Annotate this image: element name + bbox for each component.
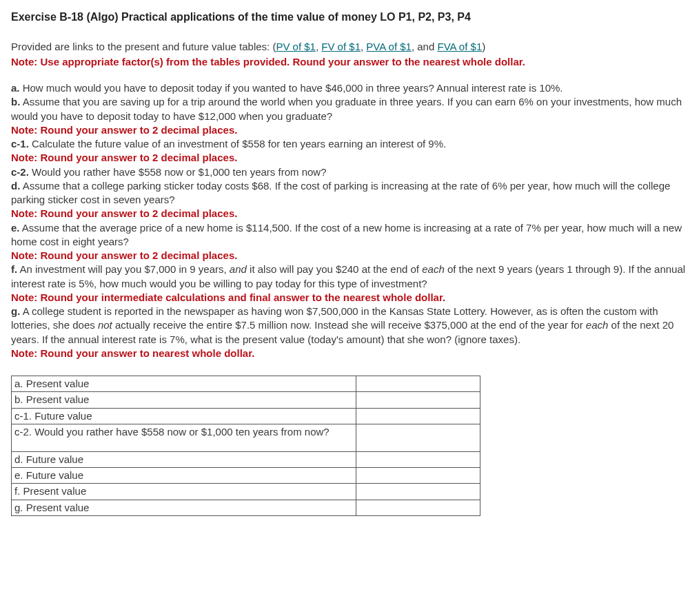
table-row: d. Future value xyxy=(12,451,480,467)
table-row: c-1. Future value xyxy=(12,408,480,424)
table-row: f. Present value xyxy=(12,484,480,500)
link-fva-of-1[interactable]: FVA of $1 xyxy=(437,41,482,52)
table-row: a. Present value xyxy=(12,376,480,392)
question-g-em1: not xyxy=(98,319,112,331)
intro-tail: ) xyxy=(482,41,485,52)
question-f-em2: each xyxy=(422,263,445,275)
answers-table: a. Present value b. Present value c-1. F… xyxy=(11,376,480,516)
question-g-note: Note: Round your answer to nearest whole… xyxy=(11,347,688,360)
table-row: g. Present value xyxy=(12,500,480,515)
question-g-em2: each xyxy=(586,319,609,331)
question-e: e. Assume that the average price of a ne… xyxy=(11,221,688,249)
table-row: c-2. Would you rather have $558 now or $… xyxy=(12,424,480,451)
row-a-label: a. Present value xyxy=(12,376,356,392)
exercise-title: Exercise B-18 (Algo) Practical applicati… xyxy=(11,10,688,25)
row-d-label: d. Future value xyxy=(12,451,356,467)
row-g-input[interactable] xyxy=(359,501,477,514)
main-note: Note: Use appropriate factor(s) from the… xyxy=(11,55,688,69)
sep: , and xyxy=(412,41,438,52)
row-e-label: e. Future value xyxy=(12,468,356,484)
question-b-text: Assume that you are saving up for a trip… xyxy=(11,96,682,121)
intro-line: Provided are links to the present and fu… xyxy=(11,40,688,54)
question-d-label: d. xyxy=(11,180,20,192)
question-c1: c-1. Calculate the future value of an in… xyxy=(11,137,688,151)
question-b: b. Assume that you are saving up for a t… xyxy=(11,95,688,123)
question-c2-label: c-2. xyxy=(11,166,29,178)
question-d-text: Assume that a college parking sticker to… xyxy=(11,180,670,205)
row-d-input[interactable] xyxy=(359,453,477,466)
question-a-label: a. xyxy=(11,82,20,94)
link-fv-of-1[interactable]: FV of $1 xyxy=(321,41,361,52)
question-c1-note: Note: Round your answer to 2 decimal pla… xyxy=(11,151,688,165)
question-g-label: g. xyxy=(11,305,20,317)
table-row: b. Present value xyxy=(12,392,480,408)
question-d: d. Assume that a college parking sticker… xyxy=(11,179,688,207)
question-e-note: Note: Round your answer to 2 decimal pla… xyxy=(11,249,688,263)
row-c2-label: c-2. Would you rather have $558 now or $… xyxy=(12,424,356,451)
question-a-text: How much would you have to deposit today… xyxy=(20,82,563,94)
row-f-input[interactable] xyxy=(359,484,477,497)
question-f-text-a: An investment will pay you $7,000 in 9 y… xyxy=(17,263,230,275)
table-row: e. Future value xyxy=(12,468,480,484)
link-pv-of-1[interactable]: PV of $1 xyxy=(276,41,316,52)
question-f-label: f. xyxy=(11,263,17,275)
row-e-input[interactable] xyxy=(359,469,477,482)
question-g-text-b: actually receive the entire $7.5 million… xyxy=(112,319,586,331)
question-f-note: Note: Round your intermediate calculatio… xyxy=(11,291,688,305)
question-c2-text: Would you rather have $558 now or $1,000… xyxy=(29,166,327,178)
question-b-note: Note: Round your answer to 2 decimal pla… xyxy=(11,123,688,137)
question-f-em1: and xyxy=(230,263,247,275)
row-a-input[interactable] xyxy=(359,377,477,390)
question-c1-label: c-1. xyxy=(11,138,29,150)
row-b-input[interactable] xyxy=(359,393,477,406)
question-e-text: Assume that the average price of a new h… xyxy=(11,222,682,247)
question-b-label: b. xyxy=(11,96,20,107)
question-c1-text: Calculate the future value of an investm… xyxy=(29,138,446,150)
question-a: a. How much would you have to deposit to… xyxy=(11,81,688,95)
row-g-label: g. Present value xyxy=(12,500,356,515)
question-e-label: e. xyxy=(11,222,20,234)
row-c2-input[interactable] xyxy=(359,425,477,438)
link-pva-of-1[interactable]: PVA of $1 xyxy=(366,41,412,52)
row-c1-input[interactable] xyxy=(359,409,477,422)
row-b-label: b. Present value xyxy=(12,392,356,408)
row-c1-label: c-1. Future value xyxy=(12,408,356,424)
question-g: g. A college student is reported in the … xyxy=(11,305,688,347)
row-f-label: f. Present value xyxy=(12,484,356,500)
question-c2: c-2. Would you rather have $558 now or $… xyxy=(11,165,688,179)
question-f: f. An investment will pay you $7,000 in … xyxy=(11,263,688,291)
intro-lead: Provided are links to the present and fu… xyxy=(11,41,276,52)
question-d-note: Note: Round your answer to 2 decimal pla… xyxy=(11,207,688,220)
question-f-text-b: it also will pay you $240 at the end of xyxy=(247,263,422,275)
